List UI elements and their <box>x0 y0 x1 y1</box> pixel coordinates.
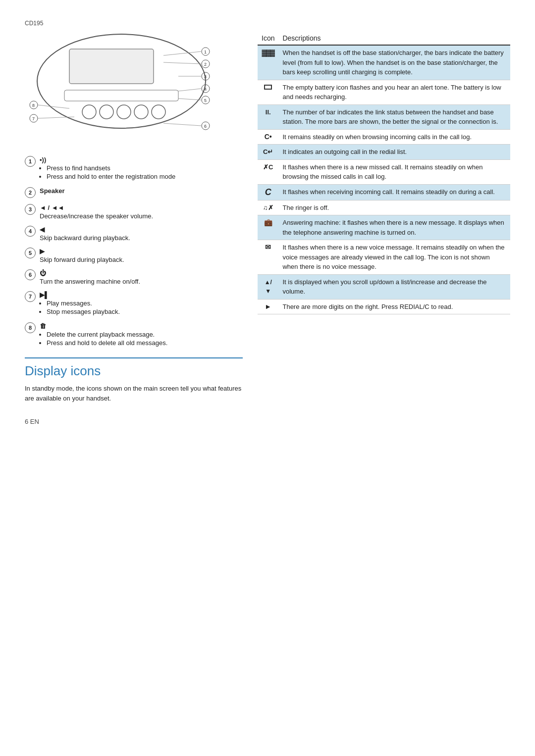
item-desc: Turn the answering machine on/off. <box>40 278 243 285</box>
svg-text:5: 5 <box>204 98 207 103</box>
description-cell: It flashes when receiving incoming call.… <box>278 184 510 200</box>
icon-cell <box>258 80 278 104</box>
bullet-list: Play messages. Stop messages playback. <box>40 300 243 315</box>
svg-rect-1 <box>69 49 154 84</box>
table-row: ►There are more digits on the right. Pre… <box>258 299 510 314</box>
device-diagram: 1 2 3 4 5 6 7 <box>25 32 243 147</box>
section-title: Display icons <box>25 363 243 379</box>
item-number: 6 <box>25 269 36 280</box>
item-desc: Skip backward during playback. <box>40 234 243 242</box>
bullet-list: Delete the current playback message. Pre… <box>40 331 243 347</box>
bullet-item: Play messages. <box>47 300 243 307</box>
list-item: 4 ◀ Skip backward during playback. <box>25 226 243 242</box>
description-cell: It flashes when there is a new voice mes… <box>278 240 510 275</box>
icon-cell: C <box>258 184 278 200</box>
table-row: C↵It indicates an outgoing call in the r… <box>258 145 510 160</box>
description-cell: The number of bar indicates the link sta… <box>278 104 510 129</box>
svg-text:1: 1 <box>204 50 207 54</box>
section-description: In standby mode, the icons shown on the … <box>25 384 243 403</box>
table-row: ▓▓▓When the handset is off the base stat… <box>258 45 510 80</box>
icon-cell: ✗C <box>258 159 278 184</box>
description-cell: It remains steadily on when browsing inc… <box>278 129 510 145</box>
bullet-item: Delete the current playback message. <box>47 331 243 338</box>
svg-line-13 <box>163 62 201 64</box>
svg-line-22 <box>178 99 201 100</box>
bullet-item: Stop messages playback. <box>47 308 243 315</box>
description-cell: It flashes when there is a new missed ca… <box>278 159 510 184</box>
svg-line-10 <box>163 51 201 55</box>
icon-cell: C↵ <box>258 145 278 160</box>
item-icon-label: •)) <box>40 156 243 163</box>
svg-point-4 <box>100 105 113 119</box>
page-title: CD195 <box>25 20 510 27</box>
table-row: ♫✗The ringer is off. <box>258 200 510 215</box>
description-cell: The ringer is off. <box>278 200 510 215</box>
icon-cell: ✉ <box>258 240 278 275</box>
item-label: Speaker <box>40 187 243 195</box>
icon-cell: C• <box>258 129 278 145</box>
item-desc: Decrease/increase the speaker volume. <box>40 212 243 220</box>
item-icon-label: ◀ <box>40 226 243 233</box>
table-row: ✉It flashes when there is a new voice me… <box>258 240 510 275</box>
bullet-item: Press and hold to delete all old message… <box>47 339 243 347</box>
description-cell: When the handset is off the base station… <box>278 45 510 80</box>
description-cell: There are more digits on the right. Pres… <box>278 299 510 314</box>
svg-text:7: 7 <box>32 116 35 121</box>
list-item: 7 ▶▌ Play messages. Stop messages playba… <box>25 291 243 316</box>
table-row: ✗CIt flashes when there is a new missed … <box>258 159 510 184</box>
list-item: 8 🗑 Delete the current playback message.… <box>25 322 243 348</box>
table-header-icon: Icon <box>258 32 278 45</box>
svg-text:3: 3 <box>204 74 207 79</box>
table-row: CIt flashes when receiving incoming call… <box>258 184 510 200</box>
item-content: Speaker <box>40 187 243 196</box>
description-cell: It indicates an outgoing call in the red… <box>278 145 510 160</box>
icon-cell: ▲/▼ <box>258 274 278 299</box>
svg-text:2: 2 <box>204 62 207 67</box>
item-icon-label: ▶▌ <box>40 291 243 299</box>
description-cell: The empty battery icon flashes and you h… <box>278 80 510 104</box>
icon-cell: 💼 <box>258 215 278 240</box>
section-divider <box>25 357 243 358</box>
svg-text:8: 8 <box>32 103 35 108</box>
svg-line-19 <box>178 89 201 91</box>
item-number: 2 <box>25 187 36 198</box>
table-row: Il.The number of bar indicates the link … <box>258 104 510 129</box>
item-number: 1 <box>25 156 36 167</box>
item-desc: Skip forward during playback. <box>40 256 243 263</box>
item-icon-label: ◄ / ◄◄ <box>40 204 243 211</box>
bullet-item: Press to find handsets <box>47 164 243 172</box>
item-content: ▶ Skip forward during playback. <box>40 248 243 263</box>
list-item: 2 Speaker <box>25 187 243 198</box>
list-item: 1 •)) Press to find handsets Press and h… <box>25 156 243 181</box>
description-cell: Answering machine: it flashes when there… <box>278 215 510 240</box>
svg-text:6: 6 <box>204 124 207 129</box>
svg-point-6 <box>134 105 148 119</box>
svg-point-7 <box>152 105 165 119</box>
item-number: 4 <box>25 226 36 237</box>
icon-cell: ▓▓▓ <box>258 45 278 80</box>
icon-cell: ► <box>258 299 278 314</box>
icon-descriptions-table: Icon Descriptions ▓▓▓When the handset is… <box>258 32 510 314</box>
item-content: ⏻ Turn the answering machine on/off. <box>40 269 243 285</box>
item-number: 5 <box>25 248 36 258</box>
svg-text:4: 4 <box>204 87 207 92</box>
item-content: ▶▌ Play messages. Stop messages playback… <box>40 291 243 316</box>
table-header-desc: Descriptions <box>278 32 510 45</box>
list-item: 5 ▶ Skip forward during playback. <box>25 248 243 263</box>
item-content: •)) Press to find handsets Press and hol… <box>40 156 243 181</box>
svg-line-25 <box>163 123 201 126</box>
bullet-list: Press to find handsets Press and hold to… <box>40 164 243 180</box>
item-content: 🗑 Delete the current playback message. P… <box>40 322 243 348</box>
page-footer: 6 EN <box>25 418 510 425</box>
item-icon-label: ⏻ <box>40 269 243 277</box>
svg-point-3 <box>82 105 96 119</box>
left-column: 1 2 3 4 5 6 7 <box>25 32 243 403</box>
list-item: 6 ⏻ Turn the answering machine on/off. <box>25 269 243 285</box>
bullet-item: Press and hold to enter the registration… <box>47 173 243 180</box>
item-number: 8 <box>25 322 36 333</box>
svg-point-5 <box>117 105 131 119</box>
item-icon-label: 🗑 <box>40 322 243 330</box>
svg-line-31 <box>38 105 69 108</box>
table-row: C•It remains steadily on when browsing i… <box>258 129 510 145</box>
item-icon-label: ▶ <box>40 248 243 255</box>
